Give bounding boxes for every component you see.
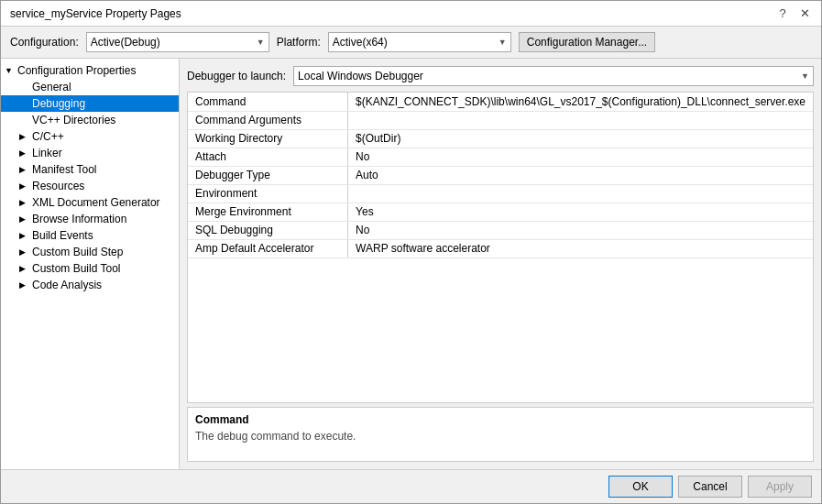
prop-name: Attach: [188, 148, 348, 166]
sidebar-item-custom-tool[interactable]: ▶Custom Build Tool: [1, 260, 179, 277]
prop-name: Environment: [188, 184, 348, 203]
right-panel: Debugger to launch: Local Windows Debugg…: [180, 59, 821, 469]
ok-button[interactable]: OK: [608, 476, 673, 498]
platform-value: Active(x64): [333, 36, 388, 49]
prop-name: Command Arguments: [188, 111, 348, 129]
debugger-combo[interactable]: Local Windows Debugger ▼: [293, 66, 814, 86]
prop-name: Amp Default Accelerator: [188, 239, 348, 257]
sidebar-item-config-props[interactable]: ▼Configuration Properties: [1, 62, 179, 79]
sidebar-item-resources[interactable]: ▶Resources: [1, 178, 179, 194]
config-value: Active(Debug): [91, 36, 160, 49]
table-row[interactable]: Command Arguments: [188, 111, 813, 129]
sidebar-label-browse-info: Browse Information: [32, 213, 126, 225]
prop-value[interactable]: [348, 184, 813, 203]
config-arrow-icon: ▼: [257, 38, 265, 47]
sidebar-label-general: General: [32, 81, 71, 93]
sidebar-label-config-props: Configuration Properties: [17, 64, 136, 77]
prop-value[interactable]: Yes: [348, 203, 813, 221]
sidebar-item-cpp[interactable]: ▶C/C++: [1, 128, 179, 145]
configuration-combo[interactable]: Active(Debug) ▼: [86, 32, 269, 52]
prop-value[interactable]: $(KANZI_CONNECT_SDK)\lib\win64\GL_vs2017…: [348, 93, 813, 111]
table-row[interactable]: Amp Default AcceleratorWARP software acc…: [188, 239, 813, 257]
tree-root: ▼Configuration PropertiesGeneralDebuggin…: [1, 62, 179, 293]
debugger-label: Debugger to launch:: [187, 70, 286, 82]
prop-value[interactable]: No: [348, 148, 813, 166]
sidebar-item-general[interactable]: General: [1, 79, 179, 95]
tree-arrow-manifest: ▶: [19, 165, 30, 174]
close-button[interactable]: ✕: [797, 6, 812, 20]
prop-value[interactable]: [348, 111, 813, 129]
prop-name: Merge Environment: [188, 203, 348, 221]
platform-arrow-icon: ▼: [499, 38, 507, 47]
info-description: The debug command to execute.: [195, 430, 806, 443]
title-bar-controls: ? ✕: [775, 6, 812, 20]
table-row[interactable]: Working Directory$(OutDir): [188, 129, 813, 148]
sidebar-label-linker: Linker: [32, 147, 62, 159]
prop-value[interactable]: Auto: [348, 166, 813, 184]
table-row[interactable]: AttachNo: [188, 148, 813, 166]
config-manager-button[interactable]: Configuration Manager...: [519, 32, 655, 52]
sidebar-label-custom-tool: Custom Build Tool: [32, 262, 121, 275]
tree-arrow-custom-tool: ▶: [19, 264, 30, 273]
sidebar-item-browse-info[interactable]: ▶Browse Information: [1, 211, 179, 227]
tree-arrow-linker: ▶: [19, 148, 30, 158]
sidebar-label-build-events: Build Events: [32, 229, 93, 242]
sidebar-item-custom-step[interactable]: ▶Custom Build Step: [1, 244, 179, 260]
table-row[interactable]: Debugger TypeAuto: [188, 166, 813, 184]
apply-button[interactable]: Apply: [748, 476, 812, 498]
debugger-value: Local Windows Debugger: [298, 70, 423, 82]
sidebar-label-xml-doc: XML Document Generator: [32, 196, 160, 209]
sidebar-label-cpp: C/C++: [32, 130, 64, 143]
prop-value[interactable]: WARP software accelerator: [348, 239, 813, 257]
properties-table: Command$(KANZI_CONNECT_SDK)\lib\win64\GL…: [188, 93, 813, 258]
help-button[interactable]: ?: [775, 6, 790, 20]
tree-arrow-resources: ▶: [19, 181, 30, 191]
sidebar-label-resources: Resources: [32, 180, 84, 192]
prop-name: Debugger Type: [188, 166, 348, 184]
prop-name: SQL Debugging: [188, 221, 348, 239]
tree-arrow-config-props: ▼: [5, 66, 16, 75]
platform-combo[interactable]: Active(x64) ▼: [328, 32, 511, 52]
sidebar: ▼Configuration PropertiesGeneralDebuggin…: [1, 59, 180, 469]
table-row[interactable]: Environment: [188, 184, 813, 203]
cancel-button[interactable]: Cancel: [678, 476, 742, 498]
tree-arrow-code-analysis: ▶: [19, 280, 30, 290]
sidebar-item-linker[interactable]: ▶Linker: [1, 145, 179, 161]
window-title: service_myService Property Pages: [10, 7, 181, 20]
sidebar-label-debugging: Debugging: [32, 97, 85, 110]
prop-value[interactable]: No: [348, 221, 813, 239]
sidebar-label-custom-step: Custom Build Step: [32, 246, 123, 258]
info-title: Command: [195, 413, 806, 426]
sidebar-item-vc-dirs[interactable]: VC++ Directories: [1, 112, 179, 128]
dialog-window: service_myService Property Pages ? ✕ Con…: [0, 0, 822, 504]
table-row[interactable]: SQL DebuggingNo: [188, 221, 813, 239]
sidebar-label-manifest: Manifest Tool: [32, 163, 96, 176]
prop-name: Working Directory: [188, 129, 348, 148]
debugger-row: Debugger to launch: Local Windows Debugg…: [187, 66, 814, 86]
tree-arrow-custom-step: ▶: [19, 247, 30, 257]
tree-arrow-browse-info: ▶: [19, 214, 30, 224]
tree-arrow-xml-doc: ▶: [19, 198, 30, 207]
sidebar-item-xml-doc[interactable]: ▶XML Document Generator: [1, 194, 179, 211]
debugger-arrow-icon: ▼: [801, 71, 809, 81]
table-row[interactable]: Merge EnvironmentYes: [188, 203, 813, 221]
sidebar-item-code-analysis[interactable]: ▶Code Analysis: [1, 277, 179, 293]
info-panel: Command The debug command to execute.: [187, 407, 814, 462]
platform-label: Platform:: [277, 36, 321, 49]
config-label: Configuration:: [10, 36, 79, 49]
prop-value[interactable]: $(OutDir): [348, 129, 813, 148]
title-bar: service_myService Property Pages ? ✕: [1, 1, 821, 27]
sidebar-label-vc-dirs: VC++ Directories: [32, 114, 115, 126]
properties-table-container: Command$(KANZI_CONNECT_SDK)\lib\win64\GL…: [187, 92, 814, 403]
sidebar-item-manifest[interactable]: ▶Manifest Tool: [1, 161, 179, 178]
tree-arrow-build-events: ▶: [19, 231, 30, 240]
sidebar-item-debugging[interactable]: Debugging: [1, 95, 179, 112]
sidebar-label-code-analysis: Code Analysis: [32, 279, 102, 291]
table-row[interactable]: Command$(KANZI_CONNECT_SDK)\lib\win64\GL…: [188, 93, 813, 111]
main-content: ▼Configuration PropertiesGeneralDebuggin…: [1, 59, 821, 469]
toolbar-row: Configuration: Active(Debug) ▼ Platform:…: [1, 27, 821, 59]
tree-arrow-cpp: ▶: [19, 132, 30, 141]
footer: OK Cancel Apply: [1, 469, 821, 503]
prop-name: Command: [188, 93, 348, 111]
sidebar-item-build-events[interactable]: ▶Build Events: [1, 227, 179, 244]
